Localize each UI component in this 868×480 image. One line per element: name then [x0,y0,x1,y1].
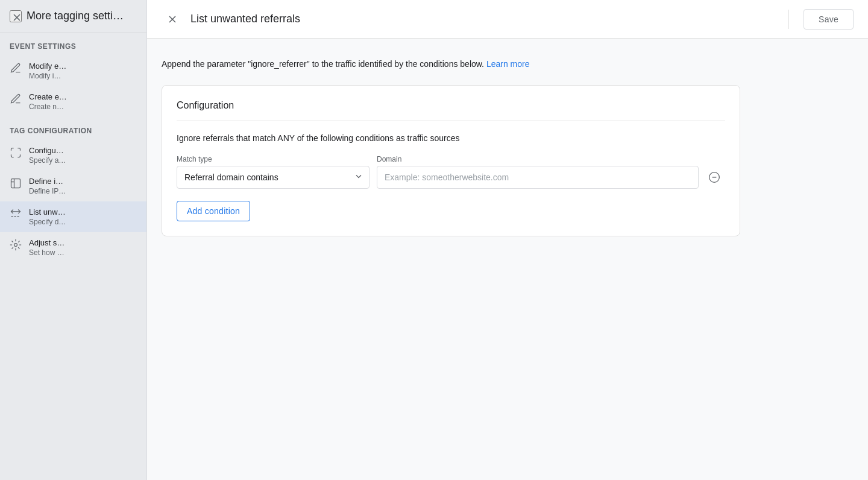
match-type-group: Match type Referral domain contains Refe… [177,155,370,189]
learn-more-link[interactable]: Learn more [486,59,530,69]
tag-config-label: Tag configuration [0,117,146,140]
event-settings-label: Event settings [0,33,146,55]
dialog-title: List unwanted referrals [190,13,774,25]
sidebar-close-button[interactable] [10,10,22,22]
sidebar-item-create-content: Create e… Create n… [29,92,67,111]
sidebar-item-define-desc: Define IP… [29,187,66,195]
remove-condition-button[interactable] [703,166,725,188]
sidebar-item-define[interactable]: Define i… Define IP… [0,171,146,201]
sidebar-item-define-content: Define i… Define IP… [29,177,66,195]
config-card: Configuration Ignore referrals that matc… [162,85,740,236]
sidebar-header: More tagging setti… [0,0,146,33]
condition-description: Ignore referrals that match ANY of the f… [177,133,725,143]
main-dialog: List unwanted referrals Save Append the … [147,0,868,480]
modify-icon [10,62,22,74]
sidebar-item-create[interactable]: Create e… Create n… [0,86,146,117]
sidebar-item-configure[interactable]: Configu… Specify a… [0,140,146,171]
svg-rect-2 [11,179,20,188]
create-icon [10,93,22,105]
sidebar-item-list-title: List unw… [29,207,66,216]
sidebar-item-list-desc: Specify d… [29,218,66,226]
match-type-label: Match type [177,155,370,163]
domain-input[interactable] [377,166,699,189]
sidebar-item-configure-title: Configu… [29,146,66,155]
sidebar-item-list-content: List unw… Specify d… [29,207,66,226]
dialog-body: Append the parameter "ignore_referrer" t… [147,39,868,480]
domain-label: Domain [377,155,725,163]
sidebar-item-create-title: Create e… [29,92,67,101]
sidebar-item-define-title: Define i… [29,177,66,186]
dialog-close-button[interactable] [162,8,183,30]
match-type-select-wrapper: Referral domain contains Referral domain… [177,166,370,189]
sidebar-item-adjust-title: Adjust s… [29,238,64,247]
sidebar-item-modify-content: Modify e… Modify i… [29,62,66,80]
header-divider [788,10,789,29]
sidebar-item-adjust-content: Adjust s… Set how … [29,238,64,257]
list-unwanted-icon [10,208,22,220]
sidebar-item-modify-title: Modify e… [29,62,66,71]
sidebar-item-list-unwanted[interactable]: List unw… Specify d… [0,201,146,232]
sidebar-item-modify-desc: Modify i… [29,72,66,80]
sidebar-item-modify[interactable]: Modify e… Modify i… [0,55,146,86]
match-type-select[interactable]: Referral domain contains Referral domain… [177,166,370,189]
configure-icon [10,147,22,159]
dialog-header: List unwanted referrals Save [147,0,868,39]
background-sidebar: More tagging setti… Event settings Modif… [0,0,147,480]
domain-group: Domain [377,155,725,189]
save-button[interactable]: Save [804,9,854,30]
sidebar-item-configure-desc: Specify a… [29,156,66,165]
define-icon [10,177,22,189]
config-title: Configuration [177,100,725,121]
sidebar-item-configure-content: Configu… Specify a… [29,146,66,165]
sidebar-title: More tagging setti… [27,10,124,22]
adjust-icon [10,239,22,251]
domain-input-row [377,166,725,189]
add-condition-button[interactable]: Add condition [177,201,250,221]
info-text: Append the parameter "ignore_referrer" t… [162,58,854,71]
sidebar-item-adjust-desc: Set how … [29,248,64,257]
svg-point-5 [14,244,17,247]
sidebar-item-adjust[interactable]: Adjust s… Set how … [0,232,146,263]
condition-row: Match type Referral domain contains Refe… [177,155,725,189]
sidebar-item-create-desc: Create n… [29,103,67,111]
